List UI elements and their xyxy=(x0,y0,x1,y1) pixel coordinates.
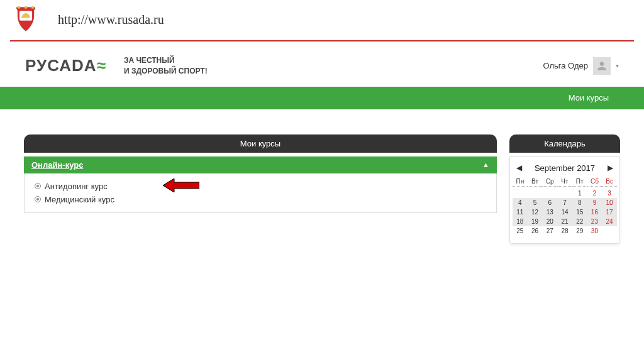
calendar-day[interactable]: 28 xyxy=(557,226,572,236)
user-name: Ольга Одер xyxy=(543,61,589,70)
calendar-day[interactable]: 2 xyxy=(587,189,602,198)
bullet-icon xyxy=(35,183,41,189)
calendar-day[interactable]: 24 xyxy=(602,217,617,226)
logo-icon: ≈ xyxy=(97,56,106,75)
calendar-day[interactable]: 19 xyxy=(528,217,543,226)
calendar-panel: Календарь ◀ September 2017 ▶ ПнВтСрЧтПтС… xyxy=(509,134,620,244)
calendar-day-header: Пт xyxy=(572,178,587,187)
course-label: Антидопинг курс xyxy=(45,182,108,191)
calendar-day[interactable]: 21 xyxy=(557,217,572,226)
calendar-day-header: Сб xyxy=(587,178,602,187)
avatar xyxy=(593,57,611,75)
calendar: ◀ September 2017 ▶ ПнВтСрЧтПтСбВс1234567… xyxy=(509,156,620,244)
user-menu[interactable]: Ольга Одер ▾ xyxy=(543,57,619,75)
calendar-day xyxy=(557,189,572,198)
calendar-day[interactable]: 20 xyxy=(542,217,557,226)
calendar-day[interactable]: 18 xyxy=(513,217,528,226)
calendar-day[interactable]: 15 xyxy=(572,207,587,217)
calendar-day[interactable]: 3 xyxy=(602,189,617,198)
calendar-day xyxy=(528,189,543,198)
calendar-day[interactable]: 25 xyxy=(513,226,528,236)
section-online-course[interactable]: Онлайн-курс ▲ xyxy=(24,156,497,173)
logo-area: РУСАDA≈ ЗА ЧЕСТНЫЙ И ЗДОРОВЫЙ СПОРТ! xyxy=(25,55,208,77)
content: Мои курсы Онлайн-курс ▲ Антидопинг курс … xyxy=(0,109,644,244)
course-label: Медицинский курс xyxy=(45,195,114,204)
svg-marker-4 xyxy=(163,178,199,192)
calendar-day[interactable]: 29 xyxy=(572,226,587,236)
calendar-grid: ПнВтСрЧтПтСбВс12345678910111213141516171… xyxy=(513,178,617,236)
calendar-day[interactable]: 26 xyxy=(528,226,543,236)
calendar-day xyxy=(513,189,528,198)
calendar-day-header: Ср xyxy=(542,178,557,187)
calendar-day-header: Пн xyxy=(513,178,528,187)
calendar-month: September 2017 xyxy=(535,163,595,173)
calendar-day[interactable]: 5 xyxy=(528,198,543,207)
calendar-day[interactable]: 17 xyxy=(602,207,617,217)
collapse-icon: ▲ xyxy=(482,161,489,168)
svg-rect-2 xyxy=(25,6,27,9)
site-header: РУСАDA≈ ЗА ЧЕСТНЫЙ И ЗДОРОВЫЙ СПОРТ! Оль… xyxy=(0,41,644,82)
calendar-day-header: Чт xyxy=(557,178,572,187)
calendar-day xyxy=(542,189,557,198)
calendar-day[interactable]: 10 xyxy=(602,198,617,207)
calendar-day[interactable]: 23 xyxy=(587,217,602,226)
courses-panel: Мои курсы Онлайн-курс ▲ Антидопинг курс … xyxy=(24,134,497,244)
calendar-day[interactable]: 8 xyxy=(572,198,587,207)
region-emblem xyxy=(13,6,39,33)
svg-rect-1 xyxy=(18,6,20,9)
calendar-day[interactable]: 16 xyxy=(587,207,602,217)
calendar-day[interactable]: 6 xyxy=(542,198,557,207)
red-arrow-icon xyxy=(163,178,199,192)
nav-my-courses[interactable]: Мои курсы xyxy=(569,93,609,102)
url-text: http://www.rusada.ru xyxy=(58,13,164,27)
logo-suffix: A xyxy=(84,56,97,75)
calendar-day[interactable]: 13 xyxy=(542,207,557,217)
calendar-day[interactable]: 4 xyxy=(513,198,528,207)
chevron-down-icon: ▾ xyxy=(616,62,619,69)
calendar-day[interactable]: 14 xyxy=(557,207,572,217)
calendar-day-header: Вс xyxy=(602,178,617,187)
section-title: Онлайн-курс xyxy=(31,160,83,170)
main-nav: Мои курсы xyxy=(0,87,644,109)
panel-header-courses: Мои курсы xyxy=(24,134,497,153)
calendar-day[interactable]: 7 xyxy=(557,198,572,207)
calendar-day-header: Вт xyxy=(528,178,543,187)
calendar-day xyxy=(602,226,617,236)
slogan: ЗА ЧЕСТНЫЙ И ЗДОРОВЫЙ СПОРТ! xyxy=(124,55,208,77)
svg-rect-3 xyxy=(31,6,34,9)
prev-month-button[interactable]: ◀ xyxy=(516,163,522,172)
calendar-day[interactable]: 1 xyxy=(572,189,587,198)
calendar-day[interactable]: 11 xyxy=(513,207,528,217)
calendar-day[interactable]: 27 xyxy=(542,226,557,236)
course-item-antidoping[interactable]: Антидопинг курс xyxy=(26,180,495,193)
course-item-medical[interactable]: Медицинский курс xyxy=(26,193,495,206)
bullet-icon xyxy=(35,196,41,202)
logo[interactable]: РУСАDA≈ xyxy=(25,56,106,75)
calendar-nav: ◀ September 2017 ▶ xyxy=(513,161,617,178)
course-list: Антидопинг курс Медицинский курс xyxy=(24,173,497,213)
next-month-button[interactable]: ▶ xyxy=(608,163,613,172)
panel-header-calendar: Календарь xyxy=(509,134,620,153)
calendar-day[interactable]: 22 xyxy=(572,217,587,226)
top-bar: http://www.rusada.ru xyxy=(0,0,644,36)
calendar-day[interactable]: 30 xyxy=(587,226,602,236)
calendar-day[interactable]: 9 xyxy=(587,198,602,207)
calendar-day[interactable]: 12 xyxy=(528,207,543,217)
